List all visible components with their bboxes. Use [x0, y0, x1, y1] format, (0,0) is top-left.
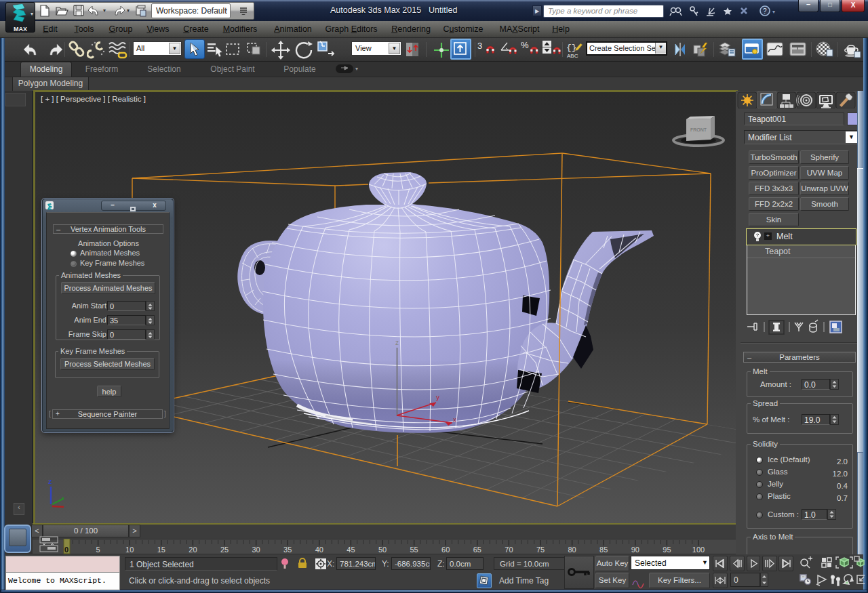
svg-text:30: 30 [252, 546, 260, 554]
svg-text:80: 80 [568, 546, 576, 554]
svg-text:FRONT: FRONT [690, 127, 707, 132]
svg-text:[ + ] [ Perspective ] [ Realis: [ + ] [ Perspective ] [ Realistic ] [41, 95, 146, 103]
svg-text:60: 60 [441, 546, 450, 554]
svg-text:z: z [48, 477, 52, 485]
svg-text:65: 65 [473, 546, 481, 554]
svg-text:90: 90 [631, 546, 639, 554]
svg-text:70: 70 [505, 546, 513, 554]
svg-text:15: 15 [157, 546, 165, 554]
svg-text:95: 95 [663, 546, 671, 554]
svg-text:100: 100 [692, 546, 705, 554]
svg-text:z: z [395, 339, 399, 346]
svg-text:40: 40 [315, 546, 323, 554]
svg-text:x: x [453, 416, 456, 424]
svg-text:0: 0 [64, 546, 68, 554]
svg-text:25: 25 [220, 546, 229, 554]
svg-text:50: 50 [378, 546, 387, 554]
svg-text:45: 45 [347, 546, 355, 554]
svg-text:75: 75 [536, 546, 545, 554]
svg-text:5: 5 [96, 546, 100, 554]
svg-text:35: 35 [283, 546, 292, 554]
svg-text:10: 10 [125, 546, 134, 554]
svg-text:{}: {} [566, 43, 577, 53]
svg-text:3: 3 [477, 41, 482, 51]
svg-text:55: 55 [410, 546, 418, 554]
svg-text:20: 20 [189, 546, 197, 554]
svg-text:ABC: ABC [567, 53, 578, 59]
svg-text:85: 85 [599, 546, 608, 554]
svg-text:y: y [436, 394, 439, 401]
svg-text:▾: ▾ [772, 9, 775, 15]
svg-text:?: ? [763, 7, 767, 15]
svg-text:%: % [521, 40, 529, 50]
